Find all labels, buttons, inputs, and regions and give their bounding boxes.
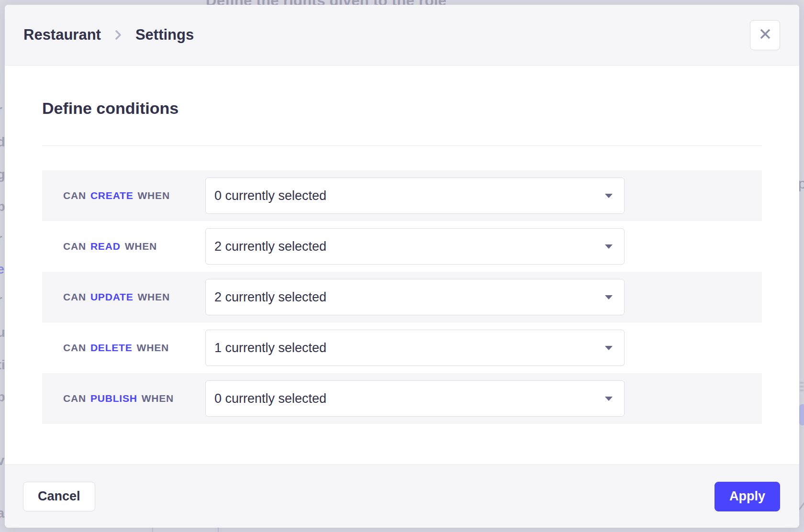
background-text-fragment: d xyxy=(0,135,5,150)
select-value: 0 currently selected xyxy=(214,188,326,203)
label-action: UPDATE xyxy=(90,291,134,303)
label-prefix: CAN xyxy=(63,241,86,252)
condition-label: CANDELETEWHEN xyxy=(63,342,205,354)
background-text-fragment: r xyxy=(0,103,2,118)
chevron-down-icon xyxy=(605,346,613,350)
background-text-fragment: g xyxy=(0,167,5,182)
select-value: 2 currently selected xyxy=(214,239,326,254)
label-action: DELETE xyxy=(90,342,133,354)
background-text-fragment: p xyxy=(0,390,5,405)
page-title: Define conditions xyxy=(42,99,762,118)
label-action: PUBLISH xyxy=(90,393,137,404)
breadcrumb-item-restaurant: Restaurant xyxy=(23,26,101,44)
cancel-button[interactable]: Cancel xyxy=(23,482,95,511)
breadcrumb-item-settings: Settings xyxy=(135,26,194,44)
title-divider xyxy=(42,145,762,146)
label-suffix: WHEN xyxy=(125,241,157,252)
condition-row-publish: CANPUBLISHWHEN 0 currently selected xyxy=(42,373,762,424)
condition-label: CANCREATEWHEN xyxy=(63,190,205,201)
label-suffix: WHEN xyxy=(142,393,174,404)
label-suffix: WHEN xyxy=(137,342,169,354)
condition-select-create[interactable]: 0 currently selected xyxy=(205,177,625,214)
condition-select-update[interactable]: 2 currently selected xyxy=(205,279,625,315)
condition-select-delete[interactable]: 1 currently selected xyxy=(205,330,625,366)
background-dash-fragment xyxy=(800,386,804,388)
modal-footer: Cancel Apply xyxy=(5,465,799,528)
chevron-down-icon xyxy=(605,295,613,299)
chevron-down-icon xyxy=(605,194,613,198)
chevron-right-icon xyxy=(114,29,123,41)
background-text-fragment: l xyxy=(0,71,1,86)
condition-label: CANPUBLISHWHEN xyxy=(63,393,205,404)
label-prefix: CAN xyxy=(63,190,86,201)
background-text-fragment: p xyxy=(0,200,5,214)
select-value: 2 currently selected xyxy=(214,290,326,305)
background-text-fragment: r xyxy=(0,293,2,308)
breadcrumb: Restaurant Settings xyxy=(23,26,194,44)
background-dash-fragment xyxy=(800,389,804,391)
modal-body: Define conditions CANCREATEWHEN 0 curren… xyxy=(5,66,799,465)
condition-label: CANREADWHEN xyxy=(63,241,205,252)
label-suffix: WHEN xyxy=(138,190,170,201)
conditions-list: CANCREATEWHEN 0 currently selected CANRE… xyxy=(42,170,762,424)
close-button[interactable] xyxy=(750,20,780,50)
background-text-fragment: v xyxy=(0,454,4,468)
label-prefix: CAN xyxy=(63,393,86,404)
condition-row-create: CANCREATEWHEN 0 currently selected xyxy=(42,170,762,221)
chevron-down-icon xyxy=(605,397,613,401)
select-value: 1 currently selected xyxy=(214,341,326,355)
modal-header: Restaurant Settings xyxy=(5,5,799,66)
background-dash-fragment xyxy=(800,382,804,384)
condition-row-delete: CANDELETEWHEN 1 currently selected xyxy=(42,322,762,373)
apply-button[interactable]: Apply xyxy=(715,482,780,511)
condition-select-publish[interactable]: 0 currently selected xyxy=(205,380,625,417)
condition-select-read[interactable]: 2 currently selected xyxy=(205,228,625,265)
define-conditions-modal: Restaurant Settings Define conditions CA… xyxy=(5,5,799,528)
label-prefix: CAN xyxy=(63,342,86,354)
background-text-fragment: u xyxy=(0,325,5,340)
background-text-fragment: r xyxy=(0,232,2,246)
background-button-fragment xyxy=(799,404,804,425)
label-suffix: WHEN xyxy=(138,291,170,303)
condition-label: CANUPDATEWHEN xyxy=(63,291,205,303)
condition-row-read: CANREADWHEN 2 currently selected xyxy=(42,221,762,272)
select-value: 0 currently selected xyxy=(214,391,326,406)
condition-row-update: CANUPDATEWHEN 2 currently selected xyxy=(42,272,762,322)
background-text-fragment: ti xyxy=(0,358,5,373)
label-action: READ xyxy=(90,241,121,252)
label-prefix: CAN xyxy=(63,291,86,303)
chevron-down-icon xyxy=(605,244,613,249)
label-action: CREATE xyxy=(90,190,134,201)
background-text-fragment: e xyxy=(0,262,4,277)
close-icon xyxy=(759,27,772,43)
